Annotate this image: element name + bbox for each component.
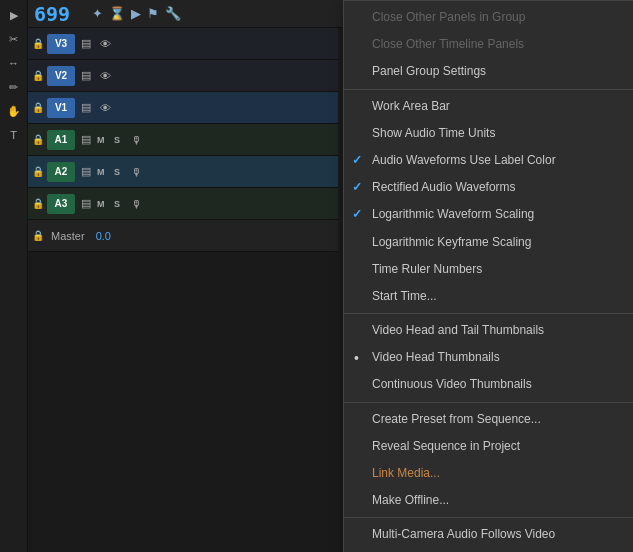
track-label-v1[interactable]: V1 (47, 98, 75, 118)
lock-a1-icon[interactable]: 🔒 (32, 134, 44, 145)
magnet-icon[interactable]: ⌛ (109, 6, 125, 21)
menu-separator-2 (344, 313, 633, 314)
menu-close-other-panels[interactable]: Close Other Panels in Group (344, 4, 633, 31)
lock-a3-icon[interactable]: 🔒 (32, 198, 44, 209)
audio-a1-icon: ▤ (78, 133, 94, 146)
lock-a2-icon[interactable]: 🔒 (32, 166, 44, 177)
menu-video-head-tail[interactable]: Video Head and Tail Thumbnails (344, 317, 633, 344)
mute-a3-button[interactable]: M (97, 199, 111, 209)
master-label: Master (51, 230, 85, 242)
lock-v3-icon[interactable]: 🔒 (32, 38, 44, 49)
audio-a3-icon: ▤ (78, 197, 94, 210)
menu-separator-1 (344, 89, 633, 90)
menu-separator-4 (344, 517, 633, 518)
toolbar-hand-icon[interactable]: ✋ (3, 100, 25, 122)
film-v3-icon: ▤ (78, 37, 94, 50)
header-icons: ✦ ⌛ ▶ ⚑ 🔧 (92, 6, 181, 21)
track-label-a1[interactable]: A1 (47, 130, 75, 150)
left-toolbar: ▶ ✂ ↔ ✏ ✋ T (0, 0, 28, 552)
menu-panel-group-settings[interactable]: Panel Group Settings ▶ (344, 58, 633, 85)
sparkle-icon[interactable]: ✦ (92, 6, 103, 21)
menu-start-time[interactable]: Start Time... (344, 283, 633, 310)
track-row-a1: 🔒 A1 ▤ M S 🎙 (28, 124, 338, 156)
menu-audio-waveforms-color[interactable]: ✓ Audio Waveforms Use Label Color (344, 147, 633, 174)
track-row-v1: 🔒 V1 ▤ 👁 (28, 92, 338, 124)
menu-reveal-sequence[interactable]: Reveal Sequence in Project (344, 433, 633, 460)
timeline-area: 699 ✦ ⌛ ▶ ⚑ 🔧 🔒 V3 ▤ 👁 🔒 V2 ▤ 👁 🔒 V1 ▤ (28, 0, 633, 552)
menu-continuous-video[interactable]: Continuous Video Thumbnails (344, 371, 633, 398)
check-audio-waveforms-icon: ✓ (352, 151, 362, 170)
mute-a2-button[interactable]: M (97, 167, 111, 177)
menu-separator-3 (344, 402, 633, 403)
check-logarithmic-waveform-icon: ✓ (352, 205, 362, 224)
film-v1-icon: ▤ (78, 101, 94, 114)
mic-a3-icon[interactable]: 🎙 (131, 198, 145, 210)
track-label-a2[interactable]: A2 (47, 162, 75, 182)
toolbar-selection-icon[interactable]: ▶ (3, 4, 25, 26)
track-row-v2: 🔒 V2 ▤ 👁 (28, 60, 338, 92)
menu-rectified-audio[interactable]: ✓ Rectified Audio Waveforms (344, 174, 633, 201)
menu-logarithmic-keyframe[interactable]: Logarithmic Keyframe Scaling (344, 229, 633, 256)
track-area: 🔒 V3 ▤ 👁 🔒 V2 ▤ 👁 🔒 V1 ▤ 👁 🔒 A1 ▤ M S 🎙 (28, 28, 338, 552)
track-row-a2: 🔒 A2 ▤ M S 🎙 (28, 156, 338, 188)
master-value: 0.0 (96, 230, 111, 242)
timecode-counter: 699 (34, 2, 84, 26)
lock-v2-icon[interactable]: 🔒 (32, 70, 44, 81)
track-row-master: 🔒 Master 0.0 (28, 220, 338, 252)
mic-a2-icon[interactable]: 🎙 (131, 166, 145, 178)
track-label-v2[interactable]: V2 (47, 66, 75, 86)
audio-a2-icon: ▤ (78, 165, 94, 178)
menu-work-area-bar[interactable]: Work Area Bar (344, 93, 633, 120)
menu-make-offline[interactable]: Make Offline... (344, 487, 633, 514)
film-v2-icon: ▤ (78, 69, 94, 82)
shield-icon[interactable]: ⚑ (147, 6, 159, 21)
menu-logarithmic-waveform[interactable]: ✓ Logarithmic Waveform Scaling (344, 201, 633, 228)
menu-video-head[interactable]: • Video Head Thumbnails (344, 344, 633, 371)
solo-a2-button[interactable]: S (114, 167, 128, 177)
track-row-a3: 🔒 A3 ▤ M S 🎙 (28, 188, 338, 220)
eye-v2-icon[interactable]: 👁 (97, 70, 113, 82)
track-label-v3[interactable]: V3 (47, 34, 75, 54)
dot-video-head-icon: • (354, 351, 359, 365)
lock-v1-icon[interactable]: 🔒 (32, 102, 44, 113)
flag-icon[interactable]: ▶ (131, 6, 141, 21)
toolbar-slip-icon[interactable]: ↔ (3, 52, 25, 74)
wrench-icon[interactable]: 🔧 (165, 6, 181, 21)
toolbar-text-icon[interactable]: T (3, 124, 25, 146)
check-rectified-icon: ✓ (352, 178, 362, 197)
eye-v1-icon[interactable]: 👁 (97, 102, 113, 114)
menu-multicam-audio[interactable]: Multi-Camera Audio Follows Video (344, 521, 633, 548)
mute-a1-button[interactable]: M (97, 135, 111, 145)
toolbar-razor-icon[interactable]: ✂ (3, 28, 25, 50)
lock-master-icon[interactable]: 🔒 (32, 230, 44, 241)
menu-close-other-timeline[interactable]: Close Other Timeline Panels (344, 31, 633, 58)
menu-time-ruler[interactable]: Time Ruler Numbers (344, 256, 633, 283)
track-row-v3: 🔒 V3 ▤ 👁 (28, 28, 338, 60)
menu-create-preset[interactable]: Create Preset from Sequence... (344, 406, 633, 433)
eye-v3-icon[interactable]: 👁 (97, 38, 113, 50)
solo-a3-button[interactable]: S (114, 199, 128, 209)
menu-show-audio-time[interactable]: Show Audio Time Units (344, 120, 633, 147)
menu-multicam-selection[interactable]: Multi-Camera Selection Top Down (344, 549, 633, 552)
solo-a1-button[interactable]: S (114, 135, 128, 145)
track-label-a3[interactable]: A3 (47, 194, 75, 214)
mic-a1-icon[interactable]: 🎙 (131, 134, 145, 146)
menu-link-media[interactable]: Link Media... (344, 460, 633, 487)
toolbar-pen-icon[interactable]: ✏ (3, 76, 25, 98)
context-menu: Close Other Panels in Group Close Other … (343, 0, 633, 552)
